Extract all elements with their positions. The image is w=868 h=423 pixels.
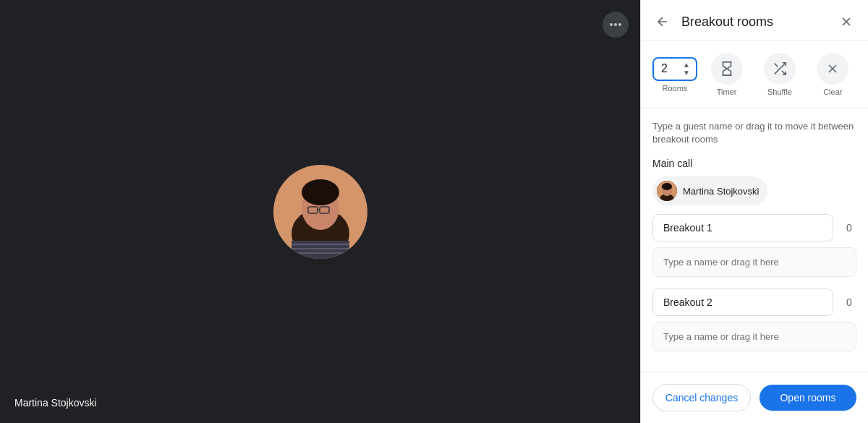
panel-footer: Cancel changes Open rooms [641, 372, 868, 423]
panel-header: Breakout rooms [641, 0, 868, 41]
shuffle-button[interactable] [764, 53, 796, 85]
video-area: Martina Stojkovski [0, 0, 640, 423]
clear-icon [825, 61, 840, 76]
clear-label: Clear [823, 87, 842, 96]
svg-point-14 [662, 183, 672, 190]
back-button[interactable] [652, 12, 673, 32]
avatar-svg [273, 165, 367, 259]
rooms-label: Rooms [663, 84, 688, 93]
clear-button[interactable] [817, 53, 848, 85]
rooms-input[interactable] [660, 62, 680, 75]
rooms-increment-button[interactable]: ▲ [683, 61, 690, 69]
dot3 [618, 23, 621, 26]
participant-chip: Martina Stojkovski [652, 176, 767, 205]
back-icon [655, 14, 670, 29]
breakout-2-drag-input[interactable] [652, 322, 856, 351]
shuffle-icon [772, 61, 788, 77]
svg-rect-7 [292, 241, 349, 259]
breakout-1-drag-input[interactable] [652, 247, 856, 277]
breakout-panel: Breakout rooms ▲ ▼ Rooms [640, 0, 868, 423]
breakout-room-1-header: 0 [652, 214, 856, 242]
timer-icon [719, 61, 735, 77]
rooms-decrement-button[interactable]: ▼ [683, 69, 690, 77]
dot1 [610, 23, 613, 26]
main-call-title: Main call [652, 158, 856, 169]
spinner-input-wrap: ▲ ▼ [652, 57, 697, 81]
rooms-spinner: ▲ ▼ Rooms [652, 57, 697, 93]
panel-body: Type a guest name or drag it to move it … [641, 108, 868, 372]
shuffle-toolbar-item: Shuffle [756, 53, 803, 96]
breakout-room-1: 0 [652, 214, 856, 277]
toolbar: ▲ ▼ Rooms Timer [641, 41, 868, 108]
open-rooms-button[interactable]: Open rooms [760, 385, 856, 411]
svg-point-3 [302, 179, 339, 205]
close-icon [839, 14, 854, 29]
avatar [273, 165, 367, 259]
breakout-2-count: 0 [842, 296, 856, 308]
clear-toolbar-item: Clear [809, 53, 856, 96]
shuffle-label: Shuffle [767, 87, 792, 96]
timer-button[interactable] [711, 53, 743, 85]
more-options-button[interactable] [603, 12, 629, 38]
breakout-1-count: 0 [842, 222, 856, 234]
breakout-2-name-input[interactable] [652, 289, 833, 316]
participant-avatar [657, 181, 677, 201]
cancel-button[interactable]: Cancel changes [652, 384, 751, 411]
participant-name: Martina Stojkovski [683, 186, 759, 197]
timer-label: Timer [717, 87, 737, 96]
breakout-1-name-input[interactable] [652, 214, 833, 242]
breakout-room-2-header: 0 [652, 289, 856, 316]
spinner-arrows: ▲ ▼ [683, 61, 690, 77]
close-button[interactable] [836, 12, 856, 32]
dot2 [614, 23, 617, 26]
panel-title: Breakout rooms [681, 14, 827, 30]
participant-avatar-svg [657, 181, 677, 201]
instruction-text: Type a guest name or drag it to move it … [652, 120, 856, 146]
user-name-label: Martina Stojkovski [14, 397, 97, 409]
timer-toolbar-item: Timer [703, 53, 750, 96]
breakout-room-2: 0 [652, 289, 856, 351]
